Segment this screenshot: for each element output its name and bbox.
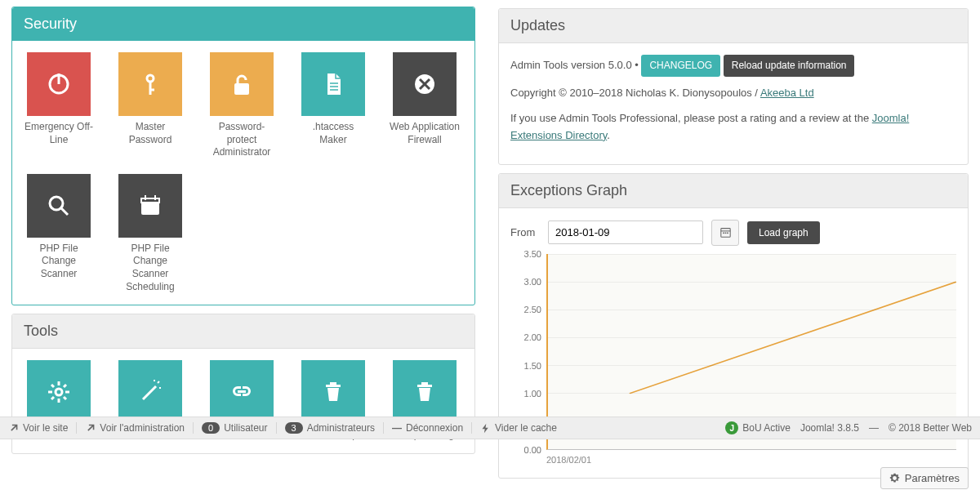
calendar-icon xyxy=(720,227,731,238)
svg-line-28 xyxy=(158,381,159,383)
ban-icon xyxy=(411,70,439,98)
security-tile-6[interactable]: PHP File Change Scanner Scheduling xyxy=(115,174,185,293)
security-tile-0[interactable]: Emergency Off-Line xyxy=(24,52,94,159)
y-tick-label: 1.50 xyxy=(524,361,541,371)
svg-rect-15 xyxy=(141,198,159,203)
key-icon xyxy=(136,70,164,98)
from-date-input[interactable] xyxy=(548,220,703,244)
svg-line-23 xyxy=(51,385,54,387)
security-tile-5[interactable]: PHP File Change Scanner xyxy=(24,174,94,293)
view-admin-link[interactable]: Voir l'administration xyxy=(77,422,194,434)
svg-rect-31 xyxy=(326,385,341,387)
y-tick-label: 3.00 xyxy=(524,277,541,287)
tile-label: Password-protect Administrator xyxy=(207,121,277,159)
updates-panel: Updates Admin Tools version 5.0.0 • CHAN… xyxy=(498,8,969,165)
trash-icon xyxy=(319,378,347,406)
svg-line-13 xyxy=(61,208,68,215)
gear-icon xyxy=(45,378,73,406)
svg-point-2 xyxy=(147,75,154,82)
svg-rect-33 xyxy=(417,385,432,387)
y-tick-label: 2.50 xyxy=(524,305,541,314)
svg-rect-39 xyxy=(727,233,728,234)
tile-label: PHP File Change Scanner Scheduling xyxy=(115,243,185,293)
x-tick-label: 2018/02/01 xyxy=(546,455,591,465)
exceptions-graph-title: Exceptions Graph xyxy=(499,174,968,208)
security-tile-3[interactable]: .htaccess Maker xyxy=(298,52,368,159)
calendar-icon xyxy=(136,192,164,220)
joomla-version: Joomla! 3.8.5 xyxy=(800,422,859,434)
svg-line-25 xyxy=(64,385,66,387)
copyright-text: Copyright © 2010–2018 Nicholas K. Dionys… xyxy=(510,87,760,99)
svg-rect-5 xyxy=(234,83,249,95)
rating-text: If you use Admin Tools Professional, ple… xyxy=(510,112,872,124)
svg-point-18 xyxy=(56,389,62,395)
y-tick-label: 3.50 xyxy=(524,249,541,259)
parameters-button[interactable]: Paramètres xyxy=(880,467,969,489)
gear-icon xyxy=(889,473,900,483)
svg-line-26 xyxy=(51,397,54,399)
tile-label: .htaccess Maker xyxy=(298,121,368,146)
svg-rect-38 xyxy=(724,233,726,234)
svg-rect-34 xyxy=(421,382,428,385)
svg-point-12 xyxy=(50,197,63,210)
clear-cache-link[interactable]: Vider le cache xyxy=(472,422,565,434)
security-panel-title: Security xyxy=(12,7,474,41)
external-icon xyxy=(8,423,19,434)
link-icon xyxy=(228,378,256,406)
users-count[interactable]: 0 Utilisateur xyxy=(194,422,276,434)
tools-panel-title: Tools xyxy=(12,314,474,349)
akeeba-link[interactable]: Akeeba Ltd xyxy=(760,87,814,99)
status-bar: Voir le site Voir l'administration 0 Uti… xyxy=(0,416,980,439)
reload-update-button[interactable]: Reload update information xyxy=(724,55,855,77)
security-tile-2[interactable]: Password-protect Administrator xyxy=(207,52,277,159)
trash-icon xyxy=(411,378,439,406)
svg-rect-32 xyxy=(330,382,336,385)
external-icon xyxy=(85,423,96,434)
version-text: Admin Tools version 5.0.0 • xyxy=(510,59,641,71)
tile-label: Master Password xyxy=(115,121,185,146)
load-graph-button[interactable]: Load graph xyxy=(747,221,820,244)
unlock-icon xyxy=(228,70,256,98)
changelog-button[interactable]: CHANGELOG xyxy=(641,55,720,77)
footer-copyright: © 2018 Better Web xyxy=(889,422,972,434)
y-tick-label: 1.00 xyxy=(524,389,541,399)
security-tile-1[interactable]: Master Password xyxy=(115,52,185,159)
view-site-link[interactable]: Voir le site xyxy=(8,422,77,434)
admins-count[interactable]: 3 Administrateurs xyxy=(277,422,385,434)
search-icon xyxy=(45,192,73,220)
svg-line-24 xyxy=(64,397,66,399)
security-panel: Security Emergency Off-LineMaster Passwo… xyxy=(11,7,475,305)
tile-label: PHP File Change Scanner xyxy=(24,243,94,281)
y-tick-label: 2.00 xyxy=(524,332,541,342)
tile-label: Emergency Off-Line xyxy=(24,121,94,146)
file-icon xyxy=(319,70,347,98)
bou-status: J BoU Active xyxy=(725,421,791,434)
svg-rect-37 xyxy=(723,233,724,234)
wand-icon xyxy=(136,378,164,406)
updates-panel-title: Updates xyxy=(499,9,968,43)
bolt-icon xyxy=(480,423,491,434)
tile-label: Web Application Firewall xyxy=(390,121,460,146)
power-icon xyxy=(45,70,73,98)
from-label: From xyxy=(510,226,540,238)
y-tick-label: 0.00 xyxy=(524,445,541,455)
svg-line-27 xyxy=(143,386,156,399)
logout-link[interactable]: — Déconnexion xyxy=(384,422,472,434)
bou-active-icon: J xyxy=(725,421,738,434)
date-picker-button[interactable] xyxy=(711,220,739,246)
security-tile-4[interactable]: Web Application Firewall xyxy=(390,52,460,159)
